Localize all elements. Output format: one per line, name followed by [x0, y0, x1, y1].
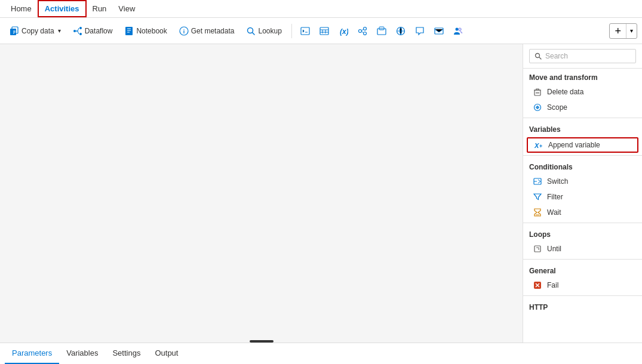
wait-label: Wait: [547, 208, 561, 217]
tab-parameters[interactable]: Parameters: [5, 343, 59, 364]
tab-settings[interactable]: Settings: [105, 343, 148, 364]
search-input[interactable]: Search: [529, 49, 636, 63]
svg-rect-5: [125, 27, 133, 35]
panel-item-delete-data[interactable]: Delete data: [523, 84, 642, 100]
table-icon-btn[interactable]: [316, 23, 333, 39]
svg-point-13: [363, 27, 366, 30]
append-variable-icon: X +: [534, 140, 543, 150]
switch-label: Switch: [547, 177, 568, 186]
copy-data-arrow: ▾: [58, 27, 61, 34]
divider-3: [523, 223, 642, 223]
tab-output[interactable]: Output: [148, 343, 185, 364]
panel-item-fail[interactable]: Fail: [523, 277, 642, 293]
delete-data-label: Delete data: [547, 88, 583, 96]
panel-item-append-variable[interactable]: X + Append variable: [527, 137, 638, 153]
main-area: Search Move and transform Delete data: [0, 44, 642, 343]
svg-point-2: [73, 30, 76, 32]
bottom-tabs: Parameters Variables Settings Output: [0, 343, 642, 364]
svg-text:i: i: [183, 29, 185, 35]
scope-icon: [533, 103, 542, 112]
notebook-button[interactable]: Notebook: [119, 24, 171, 38]
add-activity-button[interactable]: + ▾: [609, 23, 637, 39]
toolbar: Copy data ▾ Dataflow Notebook: [0, 18, 642, 44]
get-metadata-button[interactable]: i Get metadata: [174, 24, 239, 38]
fail-icon: [533, 280, 542, 290]
activities-panel: Search Move and transform Delete data: [523, 44, 642, 343]
svg-point-19: [455, 27, 458, 30]
scope-label: Scope: [547, 103, 567, 112]
until-icon: [533, 244, 542, 254]
dataflow-button[interactable]: Dataflow: [68, 24, 118, 38]
outlook-icon-btn[interactable]: [431, 23, 447, 39]
panel-item-scope[interactable]: Scope: [523, 100, 642, 115]
panel-item-wait[interactable]: Wait: [523, 205, 642, 220]
svg-text:(x): (x): [340, 27, 348, 36]
filter-icon: [533, 192, 542, 202]
search-icon: [535, 53, 542, 60]
fail-label: Fail: [547, 281, 558, 289]
panel-content: Move and transform Delete data: [523, 69, 642, 343]
svg-point-12: [358, 29, 361, 32]
notebook-label: Notebook: [136, 27, 167, 35]
search-box: Search: [523, 44, 642, 69]
dataflow-icon: [73, 26, 82, 36]
lookup-icon: [246, 26, 256, 36]
section-title-move-transform: Move and transform: [523, 69, 642, 84]
copy-data-icon: [10, 26, 19, 36]
svg-text:X: X: [535, 142, 539, 149]
container-icon-btn[interactable]: [373, 23, 390, 39]
svg-point-14: [363, 32, 366, 35]
notebook-icon: [124, 26, 134, 36]
menu-home[interactable]: Home: [5, 0, 38, 17]
add-arrow-icon: ▾: [626, 24, 637, 37]
svg-point-21: [536, 54, 540, 58]
panel-item-until[interactable]: Until: [523, 241, 642, 257]
globe-icon-btn[interactable]: [392, 23, 409, 39]
menu-activities[interactable]: Activities: [38, 0, 87, 17]
copy-data-button[interactable]: Copy data ▾: [5, 24, 66, 38]
svg-point-3: [79, 27, 82, 29]
svg-text:+: +: [539, 143, 542, 149]
search-placeholder: Search: [545, 52, 568, 60]
dataflow-label: Dataflow: [85, 27, 113, 35]
delete-data-icon: [533, 87, 542, 97]
menu-bar: Home Activities Run View: [0, 0, 642, 18]
teams-icon-btn[interactable]: [450, 23, 466, 39]
section-title-general: General: [523, 262, 642, 277]
svg-rect-28: [535, 246, 540, 252]
svg-point-4: [79, 33, 82, 35]
filter-label: Filter: [547, 193, 563, 201]
branch-icon-btn[interactable]: [354, 23, 371, 39]
divider-4: [523, 259, 642, 260]
canvas-resize-handle[interactable]: [250, 340, 274, 343]
divider-5: [523, 295, 642, 296]
svg-rect-10: [320, 27, 328, 35]
append-variable-label: Append variable: [548, 141, 600, 149]
toolbar-divider-1: [291, 24, 292, 38]
get-metadata-icon: i: [179, 26, 189, 36]
divider-2: [523, 155, 642, 156]
section-title-loops: Loops: [523, 226, 642, 241]
svg-point-20: [459, 28, 461, 30]
copy-data-label: Copy data: [21, 27, 54, 35]
panel-item-filter[interactable]: Filter: [523, 189, 642, 205]
until-label: Until: [547, 245, 561, 253]
section-title-http: HTTP: [523, 298, 642, 314]
menu-view[interactable]: View: [112, 0, 141, 17]
variable-icon-btn[interactable]: (x): [335, 23, 352, 39]
divider-1: [523, 118, 642, 118]
wait-icon: [533, 208, 542, 217]
design-canvas[interactable]: [0, 44, 523, 343]
svg-rect-9: [301, 27, 309, 35]
section-title-variables: Variables: [523, 121, 642, 136]
section-title-conditionals: Conditionals: [523, 158, 642, 174]
lookup-label: Lookup: [258, 27, 281, 35]
get-metadata-label: Get metadata: [191, 27, 235, 35]
switch-icon: [533, 177, 542, 186]
lookup-button[interactable]: Lookup: [241, 24, 286, 38]
chat-icon-btn[interactable]: [411, 23, 428, 39]
menu-run[interactable]: Run: [87, 0, 113, 17]
panel-item-switch[interactable]: Switch: [523, 174, 642, 189]
script-icon-btn[interactable]: [297, 23, 314, 39]
tab-variables[interactable]: Variables: [59, 343, 105, 364]
